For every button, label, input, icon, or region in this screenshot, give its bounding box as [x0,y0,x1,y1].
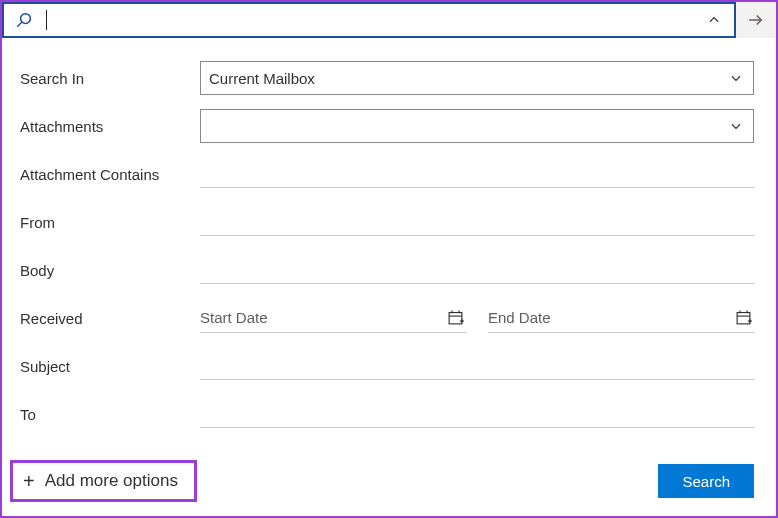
advanced-search-panel: Search In Current Mailbox Attachments At… [2,38,776,516]
search-in-value: Current Mailbox [209,70,727,87]
top-search-bar [2,2,776,38]
row-subject: Subject [20,346,754,386]
search-container[interactable] [2,2,736,38]
from-input[interactable] [200,208,754,236]
label-to: To [20,406,200,423]
search-in-dropdown[interactable]: Current Mailbox [200,61,754,95]
search-button[interactable]: Search [658,464,754,498]
label-search-in: Search In [20,70,200,87]
label-attachments: Attachments [20,118,200,135]
body-input[interactable] [200,256,754,284]
received-start-field[interactable] [200,303,466,333]
row-attachment-contains: Attachment Contains [20,154,754,194]
received-end-field[interactable] [488,303,754,333]
calendar-icon[interactable] [444,309,466,326]
label-body: Body [20,262,200,279]
collapse-chevron-button[interactable] [694,13,734,27]
label-subject: Subject [20,358,200,375]
label-from: From [20,214,200,231]
svg-point-0 [21,14,31,24]
search-icon [4,11,44,29]
to-input[interactable] [200,400,754,428]
plus-icon: + [23,471,35,491]
chevron-down-icon [727,71,745,85]
row-to: To [20,394,754,434]
add-more-label: Add more options [45,471,178,491]
received-start-input[interactable] [200,309,444,326]
search-input[interactable] [47,4,694,36]
svg-rect-3 [449,313,462,324]
subject-input[interactable] [200,352,754,380]
chevron-down-icon [727,119,745,133]
row-body: Body [20,250,754,290]
calendar-icon[interactable] [732,309,754,326]
label-attachment-contains: Attachment Contains [20,166,200,183]
received-end-input[interactable] [488,309,732,326]
attachment-contains-input[interactable] [200,160,754,188]
go-arrow-button[interactable] [736,2,776,38]
row-attachments: Attachments [20,106,754,146]
svg-line-1 [17,22,22,27]
row-search-in: Search In Current Mailbox [20,58,754,98]
add-more-options-button[interactable]: + Add more options [10,460,197,502]
label-received: Received [20,310,200,327]
panel-footer: + Add more options Search [2,460,754,502]
svg-rect-9 [737,313,750,324]
attachments-dropdown[interactable] [200,109,754,143]
row-from: From [20,202,754,242]
row-received: Received [20,298,754,338]
